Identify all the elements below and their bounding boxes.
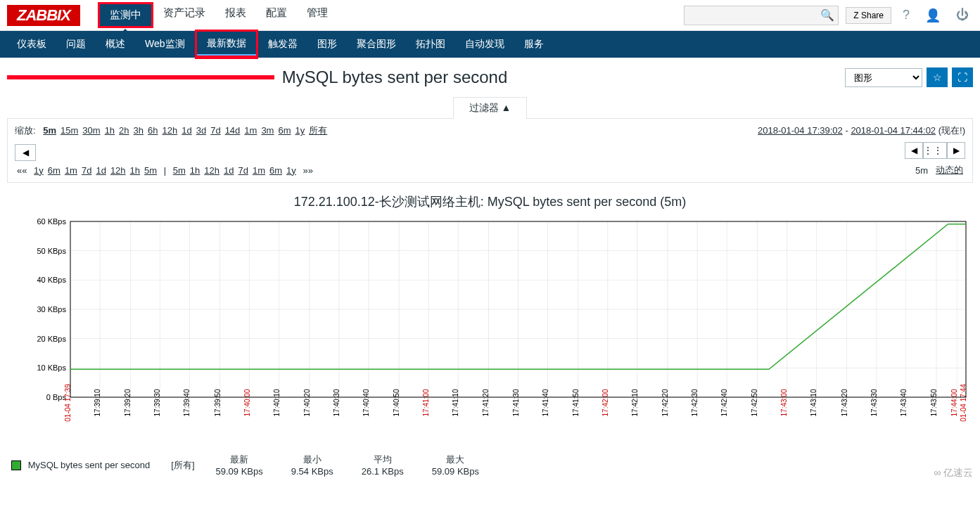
- zoom-shift-link[interactable]: 7d: [238, 165, 248, 176]
- top-nav-item[interactable]: 管理: [297, 2, 338, 28]
- zoom-shift-link[interactable]: 1y: [286, 165, 296, 176]
- top-nav-item[interactable]: 资产记录: [153, 2, 215, 28]
- legend-stat: 平均26.1 KBps: [362, 453, 404, 477]
- sub-nav-item[interactable]: 自动发现: [455, 32, 514, 56]
- zoom-status: 5m 动态的: [915, 164, 965, 176]
- zoom-option[interactable]: 所有: [309, 125, 327, 136]
- zoom-option[interactable]: 3h: [134, 125, 144, 136]
- zoom-option[interactable]: 14d: [225, 125, 241, 136]
- zoom-shift-link[interactable]: 12h: [204, 165, 219, 176]
- nav-calendar-button[interactable]: ⋮⋮⋮: [923, 142, 947, 159]
- zoom-shift-link[interactable]: 12h: [110, 165, 126, 176]
- zoom-option[interactable]: 1y: [295, 125, 305, 136]
- top-nav-item[interactable]: 监测中: [98, 2, 153, 28]
- legend-stat: 最小9.54 KBps: [291, 453, 333, 477]
- zoom-option[interactable]: 2h: [119, 125, 129, 136]
- legend-stat: 最大59.09 KBps: [432, 453, 479, 477]
- top-nav-item[interactable]: 报表: [215, 2, 256, 28]
- logout-icon[interactable]: ⏻: [952, 8, 973, 22]
- page-title: MySQL bytes sent per second: [7, 67, 507, 87]
- top-nav-item[interactable]: 配置: [256, 2, 297, 28]
- sub-nav-item[interactable]: 服务: [514, 32, 554, 56]
- search-input[interactable]: [685, 10, 815, 20]
- sub-nav-item[interactable]: Web监测: [135, 32, 195, 56]
- zoom-option[interactable]: 6m: [278, 125, 291, 136]
- zoom-shift-link[interactable]: 1y: [34, 165, 44, 176]
- svg-text:17:43:10: 17:43:10: [810, 389, 817, 416]
- zabbix-logo[interactable]: ZABBIX: [7, 5, 80, 26]
- nav-next-button[interactable]: ▶: [947, 142, 965, 159]
- sub-nav-item[interactable]: 概述: [96, 32, 135, 56]
- view-select[interactable]: 图形: [845, 68, 922, 87]
- sub-nav-item[interactable]: 仪表板: [7, 32, 56, 56]
- zoom-option[interactable]: 30m: [82, 125, 100, 136]
- zoom-row-2: «« 1y6m1m7d1d12h1h5m | 5m1h12h1d7d1m6m1y…: [15, 164, 965, 176]
- zoom-shift-link[interactable]: 1d: [96, 165, 106, 176]
- svg-text:17:40:50: 17:40:50: [393, 389, 400, 416]
- zoom-shift-link[interactable]: 1h: [190, 165, 200, 176]
- sub-nav-item[interactable]: 问题: [56, 32, 96, 56]
- zoom-status-time: 5m: [915, 165, 928, 176]
- zoom-shift-link[interactable]: 5m: [144, 165, 157, 176]
- time-to[interactable]: 2018-01-04 17:44:02: [851, 125, 936, 136]
- help-icon[interactable]: ?: [898, 8, 914, 22]
- time-from[interactable]: 2018-01-04 17:39:02: [758, 125, 843, 136]
- zoom-label: 缩放:: [15, 125, 36, 136]
- svg-text:17:40:10: 17:40:10: [273, 389, 281, 416]
- title-row: MySQL bytes sent per second 图形 ☆ ⛶: [0, 58, 980, 93]
- zoom-option[interactable]: 1m: [244, 125, 257, 136]
- filter-toggle[interactable]: 过滤器 ▲: [453, 97, 528, 119]
- zoom-shift-link[interactable]: 6m: [48, 165, 61, 176]
- zoom-option[interactable]: 15m: [61, 125, 78, 136]
- zoom-shift-link[interactable]: 1m: [253, 165, 265, 176]
- favorite-button[interactable]: ☆: [927, 67, 948, 87]
- svg-text:17:43:20: 17:43:20: [841, 389, 848, 416]
- zoom-option[interactable]: 1h: [105, 125, 115, 136]
- svg-text:17:41:40: 17:41:40: [542, 389, 549, 416]
- sub-nav-item[interactable]: 最新数据: [195, 30, 258, 59]
- svg-text:17:42:30: 17:42:30: [691, 389, 699, 416]
- svg-text:17:39:20: 17:39:20: [124, 389, 132, 416]
- zoom-option[interactable]: 1d: [182, 125, 191, 136]
- zoom-shift-link[interactable]: 1h: [130, 165, 140, 176]
- zoom-shift-left-prefix: ««: [17, 165, 27, 176]
- zoom-shift-link[interactable]: 1m: [65, 165, 77, 176]
- legend-stat-value: 59.09 KBps: [432, 466, 479, 477]
- zoom-option[interactable]: 12h: [163, 125, 178, 136]
- zoom-option[interactable]: 5m: [43, 125, 56, 136]
- zoom-option[interactable]: 3d: [196, 125, 206, 136]
- zoom-option[interactable]: 3m: [261, 125, 274, 136]
- header-right: 🔍 Z Share ? 👤 ⏻: [684, 6, 973, 25]
- svg-text:40 KBps: 40 KBps: [37, 276, 66, 284]
- chart-title: 172.21.100.12-长沙测试网络主机: MySQL bytes sent…: [7, 193, 973, 210]
- time-range: 2018-01-04 17:39:02 - 2018-01-04 17:44:0…: [758, 124, 965, 137]
- sub-nav-item[interactable]: 图形: [307, 32, 347, 56]
- sub-nav-item[interactable]: 触发器: [258, 32, 307, 56]
- nav-prev-button[interactable]: ◀: [15, 144, 36, 161]
- search-icon[interactable]: 🔍: [815, 8, 840, 22]
- zoom-shift-link[interactable]: 7d: [82, 165, 91, 176]
- zoom-option[interactable]: 6h: [148, 125, 158, 136]
- search-box[interactable]: 🔍: [684, 6, 839, 25]
- zoom-shift-link[interactable]: 5m: [173, 165, 186, 176]
- nav-prev2-button[interactable]: ◀: [905, 142, 923, 159]
- legend-stat-value: 26.1 KBps: [362, 466, 404, 477]
- legend-series-name: MySQL bytes sent per second: [28, 460, 151, 470]
- svg-text:17:41:00: 17:41:00: [422, 389, 430, 416]
- svg-text:17:39:40: 17:39:40: [183, 389, 191, 416]
- svg-text:17:44:00: 17:44:00: [950, 389, 958, 416]
- legend-row: MySQL bytes sent per second [所有] 最新59.09…: [0, 446, 980, 484]
- zoom-status-mode[interactable]: 动态的: [936, 164, 963, 176]
- zoom-option[interactable]: 7d: [210, 125, 220, 136]
- fullscreen-button[interactable]: ⛶: [952, 67, 973, 87]
- legend-series: MySQL bytes sent per second: [11, 460, 150, 471]
- zoom-shift-link[interactable]: 6m: [269, 165, 282, 176]
- sub-nav-item[interactable]: 聚合图形: [347, 32, 406, 56]
- sub-nav-item[interactable]: 拓扑图: [406, 32, 455, 56]
- legend-stat-label: 平均: [362, 453, 404, 466]
- zoom-shift-link[interactable]: 1d: [224, 165, 234, 176]
- user-icon[interactable]: 👤: [921, 8, 945, 23]
- legend-stat-label: 最大: [432, 453, 479, 466]
- share-button[interactable]: Z Share: [846, 7, 891, 24]
- svg-text:60 KBps: 60 KBps: [37, 217, 66, 226]
